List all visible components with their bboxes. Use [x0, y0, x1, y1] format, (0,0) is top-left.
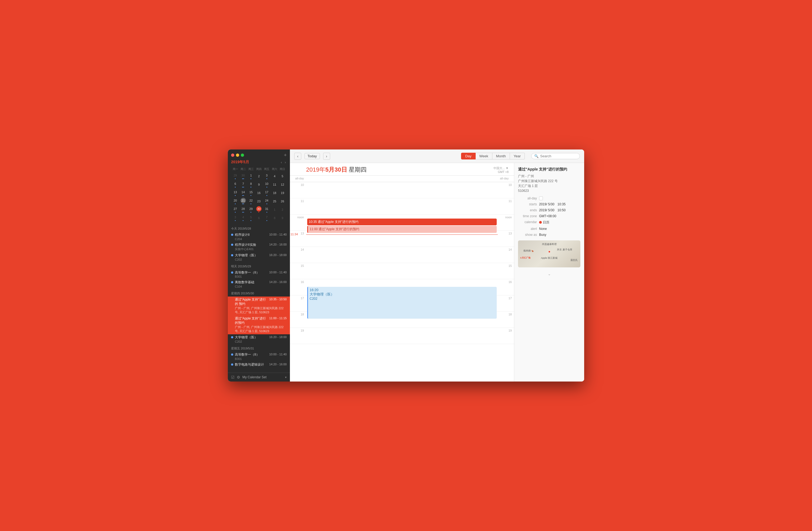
next-day-button[interactable]: › — [323, 153, 330, 160]
list-item[interactable]: 大学物理（医）16:20 - 18:00C202 — [228, 252, 290, 262]
cal-day[interactable]: 29 — [232, 172, 239, 180]
list-item[interactable]: 高等数学一（II）10:00 - 11:40B301 — [228, 269, 290, 280]
search-box: 🔍 — [531, 153, 580, 159]
ends-time: 10:50 — [557, 208, 566, 212]
view-tab-year[interactable]: Year — [510, 153, 525, 160]
event-name: 程序设计II — [235, 233, 267, 237]
cal-day[interactable]: 6 — [232, 180, 239, 188]
today-button[interactable]: Today — [304, 153, 320, 159]
cal-day[interactable]: 6 — [255, 214, 262, 222]
event-subtitle: 实验中心E401 — [231, 247, 287, 251]
calendar-dot — [242, 212, 243, 212]
calendar-dot — [235, 212, 236, 212]
ends-date: 2019/ 5/30 — [539, 208, 554, 212]
detail-ends: ends 2019/ 5/30 10:50 — [518, 207, 580, 213]
cal-day[interactable]: 19 — [279, 189, 286, 197]
cal-day[interactable]: 5 — [279, 172, 286, 180]
event-physics[interactable]: 16:20大学物理（医） C202 — [307, 287, 497, 319]
cal-day[interactable]: 17 — [263, 189, 271, 197]
day-title: 2019年5月30日 星期四 — [306, 166, 366, 174]
close-button[interactable] — [231, 153, 234, 157]
cal-day[interactable]: 26 — [279, 197, 286, 205]
list-item[interactable]: 大学物理（医）16:20 - 18:00C202 — [228, 334, 290, 344]
cal-day[interactable]: 18 — [271, 189, 278, 197]
event-name: 大学物理（医） — [235, 253, 267, 258]
cal-day[interactable]: 1 — [271, 206, 278, 213]
cal-day[interactable]: 10 — [263, 180, 271, 188]
event-name: 通过"Apple 支持"进行的 预约 — [235, 298, 267, 306]
cal-day[interactable]: 4 — [271, 172, 278, 180]
cal-day[interactable]: 15 — [247, 189, 255, 197]
list-item[interactable]: 通过"Apple 支持"进行的预约11:00 - 11:15广州 - 广州, 广… — [228, 315, 290, 334]
list-item[interactable]: 数字电路与逻辑设计14:20 - 16:00 — [228, 362, 290, 368]
date-prefix: 2019年 — [306, 166, 325, 173]
cal-day[interactable]: 31 — [263, 206, 271, 213]
cal-day[interactable]: 30 — [255, 206, 262, 213]
cal-day[interactable]: 7 — [240, 180, 247, 188]
detail-chevron-icon[interactable]: ⌄ — [514, 270, 584, 278]
cal-day[interactable]: 1 — [247, 172, 255, 180]
cal-day[interactable]: 21 — [240, 197, 247, 205]
loc-line2: 广州珠江新城兴民路 222 号 — [518, 179, 580, 183]
list-item[interactable]: 离散数学基础14:20 - 16:00C104 — [228, 279, 290, 289]
search-input[interactable] — [540, 154, 577, 158]
starts-label: starts — [518, 202, 537, 206]
cal-day[interactable]: 3 — [232, 214, 239, 222]
cal-day[interactable]: 30 — [240, 172, 247, 180]
view-tab-week[interactable]: Week — [476, 153, 492, 160]
cal-day[interactable]: 13 — [232, 189, 239, 197]
cal-day[interactable]: 20 — [232, 197, 239, 205]
prev-month-button[interactable]: ‹ — [280, 160, 282, 164]
cal-day[interactable]: 28 — [240, 206, 247, 213]
cal-day[interactable]: 3 — [263, 172, 271, 180]
sidebar-bottom[interactable]: ☑ ⚙ My Calendar Set ▾ — [228, 373, 290, 382]
cal-day[interactable]: 2 — [255, 172, 262, 180]
cal-day[interactable]: 7 — [263, 214, 271, 222]
cal-day[interactable]: 9 — [279, 214, 286, 222]
cal-day[interactable]: 22 — [247, 197, 255, 205]
cal-day[interactable]: 11 — [271, 180, 278, 188]
event-color-dot — [231, 298, 233, 300]
event-color-dot — [231, 234, 233, 236]
cal-day[interactable]: 12 — [279, 180, 286, 188]
starts-value: 2019/ 5/30 10:35 — [539, 202, 580, 206]
cal-day[interactable]: 5 — [247, 214, 255, 222]
list-item[interactable]: 程序设计II10:00 - 11:40C204 — [228, 232, 290, 242]
detail-map[interactable]: 尚莲越泰料理 炼肉烧🍗 并京 麦子仓库 C天汇广场 Apple 珠江新城 晨臣氏 — [518, 240, 580, 267]
cal-day[interactable]: 24 — [263, 197, 271, 205]
event-color-dot — [231, 244, 233, 246]
mini-cal-grid: 周一周二周三周四周五周六周日 2930123456789101112131415… — [231, 166, 287, 222]
list-item[interactable]: 高等数学一（II）10:00 - 11:40B301 — [228, 352, 290, 362]
list-item[interactable]: 程序设计II实验14:20 - 16:00实验中心E401 — [228, 242, 290, 253]
calendar-field-value: 日历 — [539, 220, 580, 225]
allday-right-label: all-day — [498, 176, 514, 182]
cal-day[interactable]: 9 — [255, 180, 262, 188]
cal-day[interactable]: 2 — [279, 206, 286, 213]
starts-time: 10:35 — [557, 202, 566, 206]
cal-day[interactable]: 8 — [271, 214, 278, 222]
cal-day[interactable]: 8 — [247, 180, 255, 188]
calendar-dot — [539, 221, 542, 224]
view-tab-day[interactable]: Day — [461, 153, 475, 160]
weekday-header: 周日 — [279, 167, 286, 172]
view-tab-month[interactable]: Month — [492, 153, 510, 160]
cal-day[interactable]: 23 — [255, 197, 262, 205]
maximize-button[interactable] — [241, 153, 244, 157]
calendar-dot — [243, 178, 244, 179]
event-apple-1[interactable]: 10:35 通过"Apple 支持"进行的预约 — [307, 219, 497, 225]
cal-day[interactable]: 14 — [240, 189, 247, 197]
allday-checkbox[interactable] — [539, 196, 543, 200]
show-as-label: show as — [518, 233, 537, 237]
minimize-button[interactable] — [236, 153, 239, 157]
next-month-button[interactable]: › — [284, 160, 287, 164]
cal-day[interactable]: 29 — [247, 206, 255, 213]
cal-day[interactable]: 4 — [240, 214, 247, 222]
cal-day[interactable]: 16 — [255, 189, 262, 197]
cal-day[interactable]: 25 — [271, 197, 278, 205]
detail-location: 广州 - 广州 广州珠江新城兴民路 222 号 天汇广场 1 层 510623 — [514, 174, 584, 195]
add-event-button[interactable]: + — [284, 153, 287, 158]
list-item[interactable]: 通过"Apple 支持"进行的 预约10:35 - 10:50广州 - 广州, … — [228, 296, 290, 315]
cal-day[interactable]: 27 — [232, 206, 239, 213]
event-apple-2[interactable]: 11:00 通过"Apple 支持"进行的预约 — [307, 226, 497, 233]
prev-day-button[interactable]: ‹ — [294, 153, 301, 160]
